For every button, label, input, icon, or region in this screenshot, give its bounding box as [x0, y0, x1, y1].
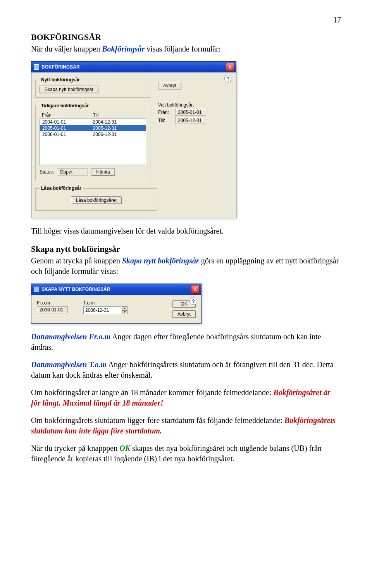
- para-ok: När du trycker på knapppen OK skapas det…: [31, 443, 341, 464]
- list-item[interactable]: 2004-01-01 2004-12-31: [40, 119, 146, 125]
- para-from: Datumangivelsen Fr.o.m Anger dagen efter…: [31, 332, 341, 352]
- titlebar: BOKFÖRINGSÅR X: [31, 62, 236, 72]
- app-icon: [34, 287, 39, 292]
- dialog-title: SKAPA NYTT BOKFÖRINGSÅR: [41, 287, 110, 292]
- dialog-title: BOKFÖRINGSÅR: [41, 64, 80, 70]
- status-label: Status:: [40, 169, 54, 175]
- app-icon: [34, 64, 39, 70]
- p7-pre: När du trycker på knapppen: [31, 444, 119, 452]
- lock-year-button[interactable]: Låsa bokföringsåret: [71, 196, 122, 204]
- group-new-year: Nytt bokföringsår Skapa nytt bokföringså…: [35, 77, 150, 98]
- create-new-year-button[interactable]: Skapa nytt bokföringsår: [40, 86, 98, 93]
- group-prev-legend: Tidigare bokföringsår: [40, 103, 90, 108]
- group-lock-year: Låsa bokföringsår Låsa bokföringsåret: [35, 186, 157, 211]
- list-item[interactable]: 2005-01-01 2005-12-31: [40, 125, 146, 131]
- p6-pre: Om bokföringsårets slutdatum ligger före…: [31, 416, 284, 425]
- to-label: Till:: [158, 118, 173, 123]
- label-from: Datumangivelsen Fr.o.m: [31, 332, 110, 341]
- cell-from: 2005-01-01: [42, 126, 93, 131]
- years-listbox[interactable]: 2004-01-01 2004-12-31 2005-01-01 2005-12…: [40, 119, 146, 165]
- p2-btn-ref: Skapa nytt bokföringsår: [122, 256, 199, 265]
- cell-to: 2004-12-31: [93, 119, 144, 125]
- heading-bokforingsar: BOKFÖRINGSÅR: [31, 32, 341, 42]
- help-icon[interactable]: ?: [189, 297, 197, 305]
- para-tom: Datumangivelsen T.o.m Anger bokföringsår…: [31, 359, 341, 380]
- col-to: Till: [93, 112, 144, 118]
- from-field-label: Fr.o.m: [37, 300, 68, 306]
- intro-button-ref: Bokföringsår: [102, 45, 145, 53]
- group-previous-years: Tidigare bokföringsår Från Till 2004-01-…: [35, 103, 150, 180]
- p5-pre: Om bokföringsåret är längre än 18 månade…: [31, 388, 273, 397]
- col-from: Från: [42, 112, 93, 118]
- to-field-label: T.o.m: [83, 300, 127, 306]
- para-error1: Om bokföringsåret är längre än 18 månade…: [31, 387, 341, 408]
- titlebar: SKAPA NYTT BOKFÖRINGSÅR X: [31, 284, 201, 295]
- from-field-value: 2006-01-01: [37, 306, 68, 313]
- para-before-dialog2: Genom at trycka på knappen Skapa nytt bo…: [31, 256, 341, 277]
- selected-year-header: Valt bokföringsår:: [158, 102, 232, 108]
- to-date-input[interactable]: 2006-12-31: [83, 306, 121, 314]
- cell-from: 2006-01-01: [42, 132, 93, 137]
- spin-up-icon[interactable]: ▲: [122, 306, 127, 310]
- close-icon[interactable]: X: [226, 63, 234, 71]
- cell-from: 2004-01-01: [42, 119, 93, 125]
- heading-skapa-nytt: Skapa nytt bokföringsår: [31, 244, 341, 254]
- list-item[interactable]: 2006-01-01 2006-12-31: [40, 131, 146, 138]
- bokforingsar-dialog: BOKFÖRINGSÅR X ? Nytt bokföringsår Skapa…: [31, 61, 236, 218]
- para-after-dialog1: Till höger visas datumangivelsen för det…: [31, 226, 341, 236]
- close-icon[interactable]: X: [191, 285, 200, 294]
- intro-pre: När du väljer knappen: [31, 45, 102, 53]
- help-icon[interactable]: ?: [224, 75, 232, 83]
- skapa-nytt-dialog: SKAPA NYTT BOKFÖRINGSÅR X ? Fr.o.m 2006-…: [31, 284, 202, 324]
- group-new-legend: Nytt bokföringsår: [40, 77, 81, 83]
- p2-pre: Genom at trycka på knappen: [31, 256, 122, 265]
- cancel-button[interactable]: Avbryt: [172, 310, 196, 318]
- from-value: 2005-01-01: [175, 109, 206, 116]
- ok-ref: OK: [119, 444, 130, 452]
- from-label: Från:: [158, 110, 173, 115]
- status-value: Öppet: [57, 168, 88, 175]
- intro-post: visas följande formulär:: [146, 45, 220, 53]
- list-headers: Från Till: [40, 112, 146, 119]
- cell-to: 2005-12-31: [93, 126, 144, 131]
- spin-down-icon[interactable]: ▼: [122, 310, 127, 314]
- cell-to: 2006-12-31: [93, 132, 144, 137]
- label-tom: Datumangivelsen T.o.m: [31, 360, 107, 369]
- page-number: 17: [31, 15, 341, 24]
- group-lock-legend: Låsa bokföringsår: [40, 186, 83, 191]
- cancel-button[interactable]: Avbryt: [158, 82, 181, 89]
- fetch-button[interactable]: Hämta: [91, 168, 115, 176]
- intro-paragraph: När du väljer knappen Bokföringsår visas…: [31, 44, 341, 54]
- para-error2: Om bokföringsårets slutdatum ligger före…: [31, 415, 341, 436]
- to-value: 2005-12-31: [175, 117, 206, 124]
